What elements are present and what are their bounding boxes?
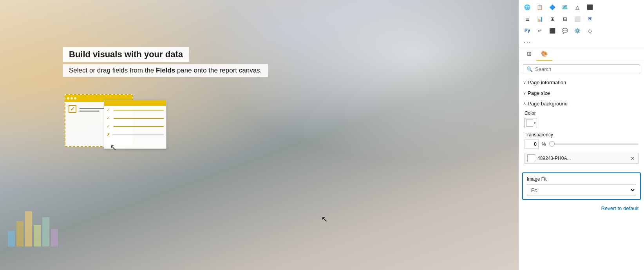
transparency-slider[interactable] — [549, 143, 639, 145]
bar-4 — [34, 225, 41, 246]
rect-icon[interactable]: ⬜ — [572, 13, 583, 24]
image-fit-select[interactable]: Fit Fill Normal Tile — [527, 184, 636, 196]
search-input[interactable] — [535, 66, 637, 72]
transparency-label: Transparency — [525, 132, 639, 138]
image-fit-label: Image Fit — [527, 176, 636, 182]
headline-text: Build visuals with your data — [69, 49, 183, 59]
illus-list-2: ✓ — [104, 114, 166, 122]
settings-icon[interactable]: ⚙️ — [572, 25, 583, 36]
grid1-icon[interactable]: ⊞ — [546, 13, 558, 24]
subline-suffix: pane onto the report canvas. — [175, 67, 262, 74]
map-icon[interactable]: 🗺️ — [559, 2, 571, 13]
illustration: ✓ ✓ ✓ ✓ ✗ — [65, 94, 174, 157]
toolbar-row-1: 🌐 📋 🔷 🗺️ △ ⬛ — [521, 2, 642, 13]
subline-bold: Fields — [156, 67, 175, 74]
color-label: Color — [525, 111, 639, 116]
image-file-row: 489243-PH0A... ✕ — [525, 153, 639, 164]
enter-icon[interactable]: ↵ — [534, 25, 546, 36]
main-canvas: Build visuals with your data Select or d… — [0, 0, 519, 270]
search-icon: 🔍 — [526, 66, 533, 72]
image-filename: 489243-PH0A... — [537, 156, 627, 161]
section-page-information[interactable]: ∨ Page information — [519, 77, 644, 88]
page-size-chevron: ∨ — [523, 91, 526, 96]
slider-thumb[interactable] — [549, 141, 555, 147]
bar-3 — [25, 211, 32, 246]
image-remove-button[interactable]: ✕ — [630, 155, 636, 161]
subline-box: Select or drag fields from the Fields pa… — [63, 64, 268, 77]
section-page-background[interactable]: ∧ Page background — [519, 98, 644, 109]
page-info-label: Page information — [528, 80, 566, 85]
diamond2-icon[interactable]: ◇ — [584, 25, 596, 36]
square-icon[interactable]: ⬛ — [584, 2, 596, 13]
bar-5 — [42, 217, 49, 246]
tab-format[interactable]: 🎨 — [536, 47, 552, 61]
transparency-row: Transparency % — [525, 132, 639, 149]
more-icons[interactable]: ... — [521, 37, 642, 45]
illus-cursor-icon: ↖ — [110, 143, 117, 153]
toolbar-row-3: Py ↵ ⬛ 💬 ⚙️ ◇ — [521, 25, 642, 36]
page-bg-label: Page background — [528, 101, 568, 107]
bar-6 — [51, 229, 58, 246]
globe-icon[interactable]: 🌐 — [521, 2, 533, 13]
transparency-controls: % — [525, 140, 639, 149]
panel-tabs: ⊞ 🎨 — [519, 47, 644, 61]
r-icon[interactable]: R — [584, 13, 596, 24]
text-overlay: Build visuals with your data Select or d… — [63, 47, 268, 77]
color-swatch — [526, 120, 533, 127]
toolbar-row-2: ≣ 📊 ⊞ ⊟ ⬜ R — [521, 13, 642, 24]
table-icon[interactable]: ≣ — [521, 13, 533, 24]
diamond-icon[interactable]: 🔷 — [546, 2, 558, 13]
chart-bars — [8, 199, 58, 246]
right-panel: 🌐 📋 🔷 🗺️ △ ⬛ ≣ 📊 ⊞ ⊟ ⬜ R Py ↵ ⬛ 💬 ⚙️ ◇ .… — [519, 0, 644, 270]
illus-window2-titlebar — [104, 100, 166, 106]
chat-icon[interactable]: 💬 — [559, 25, 571, 36]
chart-icon[interactable]: 📊 — [534, 13, 546, 24]
triangle-icon[interactable]: △ — [572, 2, 583, 13]
revert-section: Revert to default — [519, 201, 644, 215]
grid2-icon[interactable]: ⊟ — [559, 13, 571, 24]
revert-to-default-button[interactable]: Revert to default — [601, 205, 639, 211]
py-icon[interactable]: Py — [521, 25, 533, 36]
image-thumbnail — [527, 154, 535, 162]
transparency-input[interactable] — [525, 140, 539, 149]
subline-prefix: Select or drag fields from the — [69, 67, 156, 74]
tab-format-icon: 🎨 — [541, 51, 548, 57]
illus-list-4: ✗ — [104, 130, 166, 139]
headline-box: Build visuals with your data — [63, 47, 189, 62]
block-icon[interactable]: ⬛ — [546, 25, 558, 36]
illus-checkbox: ✓ — [69, 105, 76, 113]
bar-1 — [8, 231, 15, 246]
clipboard-icon[interactable]: 📋 — [534, 2, 546, 13]
tab-visualizations[interactable]: ⊞ — [522, 47, 536, 61]
color-chevron-icon: ▾ — [534, 121, 536, 125]
color-picker-button[interactable]: ▾ — [525, 118, 537, 128]
page-bg-chevron: ∧ — [523, 101, 526, 106]
image-fit-section: Image Fit Fit Fill Normal Tile — [522, 172, 641, 200]
illus-list-3: ✓ — [104, 122, 166, 130]
percent-label: % — [542, 141, 546, 147]
illus-list-1: ✓ — [104, 106, 166, 114]
page-background-content: Color ▾ Transparency % 489243-PH0A... ✕ — [519, 109, 644, 171]
tab-viz-icon: ⊞ — [527, 51, 532, 57]
subline-text: Select or drag fields from the Fields pa… — [69, 67, 262, 74]
section-page-size[interactable]: ∨ Page size — [519, 88, 644, 98]
page-size-label: Page size — [528, 90, 550, 96]
panel-search[interactable]: 🔍 — [523, 64, 640, 74]
panel-toolbar: 🌐 📋 🔷 🗺️ △ ⬛ ≣ 📊 ⊞ ⊟ ⬜ R Py ↵ ⬛ 💬 ⚙️ ◇ .… — [519, 0, 644, 47]
page-info-chevron: ∨ — [523, 80, 526, 85]
color-row: ▾ — [525, 118, 639, 128]
bar-2 — [16, 221, 24, 246]
illus-window-front: ✓ ✓ ✓ ✗ — [104, 100, 166, 149]
